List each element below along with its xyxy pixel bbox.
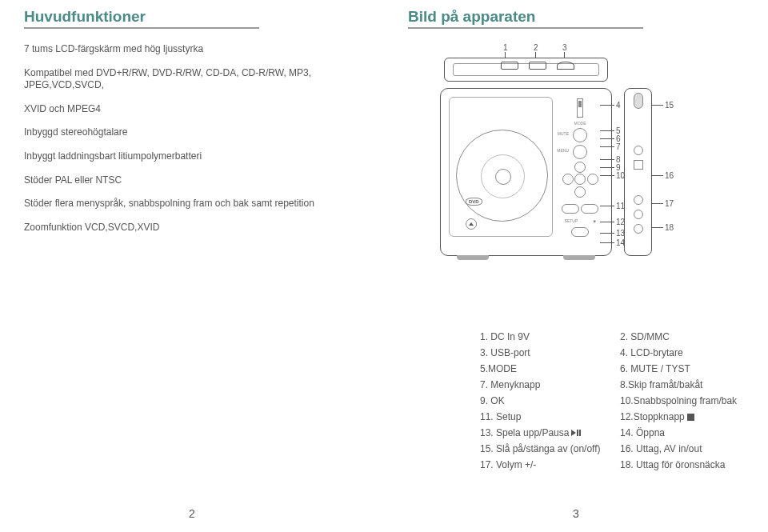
callout-15: 15 <box>652 101 675 110</box>
legend-item: 15. Slå på/stänga av (on/off) <box>480 443 604 454</box>
menu-label: MENU <box>557 148 569 153</box>
legend-item: 6. MUTE / TYST <box>620 363 744 374</box>
play-button <box>571 227 589 237</box>
legend-item: 1. DC In 9V <box>480 331 604 342</box>
callout-18: 18 <box>652 223 675 232</box>
stop-button <box>581 204 598 214</box>
legend-item: 12.Stoppknapp <box>620 411 744 422</box>
feature-item: Inbyggt laddningsbart litiumpolymerbatte… <box>24 150 360 163</box>
feature-item: Zoomfunktion VCD,SVCD,XVID <box>24 222 360 234</box>
legend-item: 3. USB-port <box>480 347 604 358</box>
setup-button <box>562 204 579 214</box>
legend-item: 13. Spela upp/Pausa <box>480 427 604 438</box>
legend-item: 11. Setup <box>480 411 604 422</box>
feature-item: Stöder flera menyspråk, snabbspolning fr… <box>24 198 360 210</box>
callout-7: 7 <box>600 142 622 151</box>
legend-item: 2. SD/MMC <box>620 331 744 342</box>
callout-4: 4 <box>600 101 622 110</box>
callout-16: 16 <box>652 171 675 180</box>
control-column: MODE MUTE MENU SETUP■ <box>557 98 603 242</box>
eject-icon <box>466 218 477 230</box>
feature-item: Inbyggd stereohögtalare <box>24 126 360 139</box>
legend-item: 14. Öppna <box>620 427 744 438</box>
legend-item: 16. Uttag, AV in/out <box>620 443 744 454</box>
left-section-title: Huvudfunktioner <box>24 8 259 29</box>
legend-item: 17. Volym +/- <box>480 459 604 470</box>
device-side-view <box>624 88 652 256</box>
legend-item: 4. LCD-brytare <box>620 347 744 358</box>
feature-item: Stöder PAL eller NTSC <box>24 174 360 187</box>
feature-item: 7 tums LCD-färgskärm med hög ljusstyrka <box>24 43 360 56</box>
callout-13: 13 <box>600 229 626 238</box>
mode-label: MODE <box>574 121 586 126</box>
callout-10: 10 <box>600 171 626 180</box>
legend-item: 5.MODE <box>480 363 604 374</box>
page-number-right: 3 <box>573 507 579 520</box>
device-top-view <box>444 58 608 82</box>
callout-12: 12 <box>600 218 626 226</box>
legend-item: 7. Menyknapp <box>480 379 604 390</box>
legend-item: 10.Snabbspolning fram/bak <box>620 395 744 406</box>
feature-item: XVID och MPEG4 <box>24 103 360 116</box>
callout-legend: 1. DC In 9V 2. SD/MMC 3. USB-port 4. LCD… <box>408 331 744 470</box>
callout-2: 2 <box>534 43 538 52</box>
device-diagram: 1 2 3 DVD <box>412 43 700 275</box>
legend-item: 9. OK <box>480 395 604 406</box>
page-number-left: 2 <box>189 507 195 520</box>
callout-14: 14 <box>600 238 626 247</box>
legend-item: 18. Uttag för öronsnäcka <box>620 459 744 470</box>
mode-button: MUTE <box>573 128 587 142</box>
legend-item: 8.Skip framåt/bakåt <box>620 379 744 390</box>
stop-icon <box>687 414 694 421</box>
callout-11: 11 <box>600 202 626 210</box>
device-front-view: DVD MODE MUTE MENU SETUP <box>440 88 612 256</box>
callout-1: 1 <box>503 43 508 52</box>
dpad <box>562 162 598 198</box>
dvd-logo: DVD <box>466 198 482 206</box>
mute-button: MENU <box>573 145 587 159</box>
mute-label: MUTE <box>558 131 569 136</box>
feature-item: Kompatibel med DVD+R/RW, DVD-R/RW, CD-DA… <box>24 67 360 92</box>
play-pause-icon <box>571 430 581 436</box>
right-section-title: Bild på apparaten <box>408 8 643 29</box>
callout-17: 17 <box>652 199 675 208</box>
callout-3: 3 <box>562 43 567 52</box>
lcd-switch <box>577 98 583 118</box>
